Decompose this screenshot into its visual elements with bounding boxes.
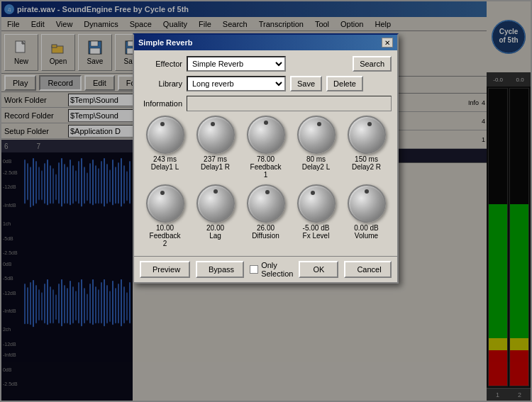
knob-feedback1-label2: 1 <box>264 171 268 179</box>
knob-delay1l-control[interactable] <box>146 116 184 154</box>
knob-diffusion-value: 26.00 <box>257 224 275 232</box>
knob-feedback1-label: Feedback <box>250 163 282 171</box>
library-select[interactable]: Long reverb <box>187 76 286 91</box>
only-selection-text: OnlySelection <box>261 261 293 278</box>
knob-fxlevel-control[interactable] <box>297 184 336 223</box>
dialog-close-button[interactable]: ✕ <box>382 38 393 48</box>
knob-lag: 20.00 Lag <box>192 184 240 247</box>
only-selection-checkbox[interactable] <box>250 265 258 274</box>
knob-feedback1-value: 78.00 <box>257 155 275 163</box>
knob-feedback2-label2: 2 <box>163 240 167 247</box>
knob-volume-value: 0.00 dB <box>354 224 378 232</box>
knob-lag-control[interactable] <box>196 184 235 223</box>
dialog-title-bar: Simple Reverb ✕ <box>134 35 397 50</box>
effector-search-button[interactable]: Search <box>353 56 392 72</box>
knob-feedback2-label: Feedback <box>150 232 181 240</box>
knob-lag-label: Lag <box>209 232 221 240</box>
dialog-body: Effector Simple Reverb Search Library Lo… <box>134 50 397 256</box>
info-label: Information <box>140 99 182 108</box>
simple-reverb-dialog: Simple Reverb ✕ Effector Simple Reverb S… <box>133 33 399 284</box>
dialog-footer: Preview Bypass OnlySelection OK Cancel <box>134 256 397 282</box>
library-row: Library Long reverb Save Delete <box>140 76 392 91</box>
knob-feedback2-control[interactable] <box>146 184 184 223</box>
knob-delay2r: 150 ms Delay2 R <box>343 116 391 179</box>
knob-feedback2-value: 10.00 <box>156 224 174 232</box>
knob-delay1l: 243 ms Delay1 L <box>141 116 189 179</box>
knob-delay2l-control[interactable] <box>297 116 336 154</box>
knobs-row-1: 243 ms Delay1 L 237 ms Delay1 R 78.0 <box>140 116 392 179</box>
knob-volume-label: Volume <box>355 232 378 240</box>
effector-label: Effector <box>140 60 182 68</box>
only-selection-label[interactable]: OnlySelection <box>250 261 293 278</box>
cancel-button[interactable]: Cancel <box>344 261 392 278</box>
knob-delay2r-control[interactable] <box>348 116 386 154</box>
knob-diffusion-control[interactable] <box>247 184 285 223</box>
knob-fxlevel: -5.00 dB Fx Level <box>292 184 340 247</box>
dialog-title-text: Simple Reverb <box>138 38 192 47</box>
knob-delay1r-value: 237 ms <box>204 155 227 163</box>
effector-row: Effector Simple Reverb Search <box>140 56 392 72</box>
knob-delay2r-label: Delay2 R <box>352 163 381 171</box>
knob-diffusion: 26.00 Diffusion <box>242 184 290 247</box>
knob-fxlevel-label: Fx Level <box>303 232 330 240</box>
knob-delay1r-label: Delay1 R <box>201 163 230 171</box>
effector-select[interactable]: Simple Reverb <box>187 56 286 72</box>
knob-delay2l: 80 ms Delay2 L <box>292 116 340 179</box>
knob-diffusion-label: Diffusion <box>252 232 279 240</box>
preview-button[interactable]: Preview <box>140 261 190 278</box>
info-field[interactable] <box>187 96 392 111</box>
knob-delay1r-control[interactable] <box>196 116 235 154</box>
knob-fxlevel-value: -5.00 dB <box>303 224 330 232</box>
library-label: Library <box>140 79 182 88</box>
knob-feedback2: 10.00 Feedback 2 <box>141 184 189 247</box>
knob-volume-control[interactable] <box>348 184 386 223</box>
knob-volume: 0.00 dB Volume <box>343 184 391 247</box>
knob-delay2l-label: Delay2 L <box>302 163 330 171</box>
knob-delay2r-value: 150 ms <box>355 155 378 163</box>
info-row: Information <box>140 96 392 111</box>
knob-feedback1: 78.00 Feedback 1 <box>242 116 290 179</box>
knob-delay2l-value: 80 ms <box>306 155 326 163</box>
knob-delay1l-value: 243 ms <box>153 155 177 163</box>
knob-lag-value: 20.00 <box>206 224 224 232</box>
knobs-row-2: 10.00 Feedback 2 20.00 Lag <box>140 184 392 247</box>
library-save-button[interactable]: Save <box>290 76 322 91</box>
knob-delay1r: 237 ms Delay1 R <box>192 116 240 179</box>
main-window: ♫ pirate.wav - SoundEngine Free by Cycle… <box>0 0 532 402</box>
knob-feedback1-control[interactable] <box>247 116 285 154</box>
ok-button[interactable]: OK <box>299 261 338 278</box>
bypass-button[interactable]: Bypass <box>196 261 244 278</box>
knob-delay1l-label: Delay1 L <box>151 163 179 171</box>
library-delete-button[interactable]: Delete <box>326 76 363 91</box>
